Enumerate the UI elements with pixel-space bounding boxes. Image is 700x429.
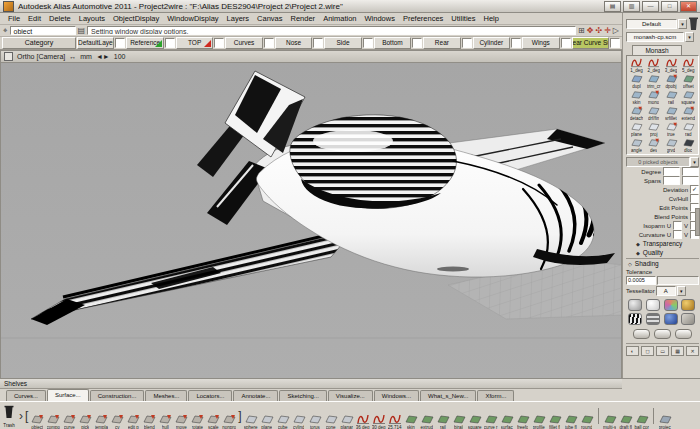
layer-button[interactable]: Rear — [423, 37, 460, 49]
shelf-tool-object-icon[interactable]: object — [29, 413, 45, 429]
shelf-tool-tube-fl-icon[interactable]: tube fl — [563, 413, 579, 429]
degree-field-u[interactable] — [663, 167, 680, 176]
shelf-tool-draft-fl-icon[interactable]: draft fl — [618, 413, 634, 429]
model-canvas[interactable] — [1, 63, 621, 378]
shelf-tool-extend-icon[interactable]: extend — [680, 105, 697, 121]
gold-sphere-icon[interactable] — [681, 299, 695, 311]
shelf-tool-dpobj-icon[interactable]: dpobj — [663, 73, 680, 89]
shelf-tab-what-s-new-[interactable]: What_s_New... — [420, 390, 476, 401]
striped-cylinder-icon[interactable] — [646, 313, 660, 325]
shelf-tool-curve-r-icon[interactable]: curve r — [483, 413, 499, 429]
minimize-button[interactable]: — — [642, 1, 659, 12]
shelf-tool-cone-icon[interactable]: cone — [323, 413, 339, 429]
shelf-tool-sphere-icon[interactable]: sphere — [243, 413, 259, 429]
play-prompt-icon[interactable]: ▷ — [613, 26, 619, 36]
viewport-titlebar[interactable]: Ortho [Camera] ↔ mm ◄► 100 — [1, 51, 621, 63]
grid-snap-icon[interactable]: ⊞ — [578, 26, 585, 36]
maximize-button[interactable]: □ — [661, 1, 678, 12]
layout-toggle-button[interactable]: ▤ — [604, 1, 621, 12]
shelf-tool-cylind-icon[interactable]: cylind — [291, 413, 307, 429]
shelf-tool-compo-icon[interactable]: compo — [45, 413, 61, 429]
shelf-tool-true-icon[interactable]: true — [663, 121, 680, 137]
tolerance-value-field[interactable]: 0.0005 — [626, 276, 656, 285]
shelf-tool-profile-icon[interactable]: profile — [531, 413, 547, 429]
picked-objects-dropdown[interactable]: 0 picked objects — [626, 157, 690, 167]
shelf-tool-planar-icon[interactable]: planar — [339, 413, 355, 429]
spans-field-u[interactable] — [663, 176, 680, 185]
menu-edit[interactable]: Edit — [24, 14, 45, 23]
shelf-tool-extrud-icon[interactable]: extrud — [419, 413, 435, 429]
shelf-tool-skin-icon[interactable]: skin — [628, 89, 645, 105]
shelf-tool-trim-cr-icon[interactable]: trim_cr — [645, 73, 662, 89]
menu-animation[interactable]: Animation — [319, 14, 360, 23]
layer-button[interactable]: Side — [324, 37, 361, 49]
curvature-u-checkbox[interactable] — [673, 230, 682, 239]
menu-render[interactable]: Render — [287, 14, 320, 23]
menu-canvas[interactable]: Canvas — [253, 14, 286, 23]
menu-file[interactable]: File — [4, 14, 24, 23]
layer-button[interactable]: Cylinder — [473, 37, 510, 49]
menu-help[interactable]: Help — [480, 14, 503, 23]
grid-toggle-icon[interactable]: ▦ — [671, 346, 684, 356]
shelf-tool-blend-icon[interactable]: blend — [141, 413, 157, 429]
shelf-tool-square-icon[interactable]: square — [467, 413, 483, 429]
wireframe-sphere-icon[interactable] — [628, 299, 642, 311]
shelf-tab-locators-[interactable]: Locators... — [188, 390, 232, 401]
layer-button[interactable]: DefaultLayer — [77, 37, 114, 49]
shelf-tool-rotate-icon[interactable]: rotate — [189, 413, 205, 429]
degree-field-v[interactable] — [682, 167, 699, 176]
layer-visibility-checkbox[interactable] — [264, 38, 274, 48]
gray-patch-icon[interactable] — [681, 313, 695, 325]
trash-icon[interactable] — [688, 15, 699, 32]
isoparm-u-checkbox[interactable] — [673, 221, 682, 230]
menu-windows[interactable]: Windows — [360, 14, 398, 23]
panel-button[interactable] — [633, 329, 650, 339]
shelf-tool-edit-p-icon[interactable]: edit p — [125, 413, 141, 429]
layer-visibility-checkbox[interactable] — [165, 38, 175, 48]
tolerance-slider[interactable] — [657, 276, 699, 285]
shelf-tool-hull-icon[interactable]: hull — [157, 413, 173, 429]
zebra-sphere-icon[interactable] — [628, 313, 642, 325]
shelf-tool-plane-icon[interactable]: plane — [628, 121, 645, 137]
menu-layers[interactable]: Layers — [223, 14, 254, 23]
shelf-tool-2-deg-icon[interactable]: 2_deg — [645, 57, 662, 73]
scheme-dropdown-arrow[interactable]: ▾ — [685, 32, 694, 42]
shelf-tool-curve-icon[interactable]: curve — [61, 413, 77, 429]
close-toggle-icon[interactable]: ✕ — [686, 346, 699, 356]
shelf-tool-dev-icon[interactable]: dev — [645, 137, 662, 153]
shelf-tool-25-714-icon[interactable]: 25.714 — [387, 413, 403, 429]
shelf-tool-cv-icon[interactable]: cv — [109, 413, 125, 429]
section-transparency[interactable]: ◆ Transparency — [626, 239, 699, 248]
shelf-tool-templa-icon[interactable]: templa — [93, 413, 109, 429]
promptline-history-icon[interactable]: ▤ — [78, 26, 86, 36]
shelf-tool-5-deg-icon[interactable]: 5_deg — [680, 57, 697, 73]
shelf-tool-drf-fin-icon[interactable]: drf/fin — [645, 105, 662, 121]
shelf-tab-windows-[interactable]: Windows... — [374, 390, 419, 401]
shelf-tool-move-icon[interactable]: move — [173, 413, 189, 429]
layer-button[interactable]: Nose — [275, 37, 312, 49]
shelf-tool-nonpro-icon[interactable]: nonpro — [221, 413, 237, 429]
shelf-tab-meshes-[interactable]: Meshes... — [145, 390, 187, 401]
shelf-tool-torus-icon[interactable]: torus — [307, 413, 323, 429]
close-button[interactable]: ✕ — [680, 1, 697, 12]
layer-visibility-checkbox[interactable] — [214, 38, 224, 48]
shelf-tool-birail-icon[interactable]: birail — [451, 413, 467, 429]
layer-visibility-checkbox[interactable] — [610, 38, 620, 48]
shelf-tool-pick-icon[interactable]: pick — [77, 413, 93, 429]
shelf-tool-grvd-icon[interactable]: grvd — [663, 137, 680, 153]
workspace-toggle-button[interactable]: ▥ — [623, 1, 640, 12]
pick-mode-field[interactable]: object — [10, 26, 76, 35]
shelf-tab-construction-[interactable]: Construction... — [90, 390, 145, 401]
shelves-titlebar[interactable]: Shelves — [0, 379, 622, 389]
shelf-tab-sketching-[interactable]: Sketching... — [279, 390, 326, 401]
menu-delete[interactable]: Delete — [45, 14, 75, 23]
layer-button[interactable]: Bottom — [374, 37, 411, 49]
layer-button[interactable]: Wings — [522, 37, 559, 49]
spans-field-v[interactable] — [682, 176, 699, 185]
shelf-tool-round-icon[interactable]: round — [579, 413, 595, 429]
shelf-tool-1-deg-icon[interactable]: 1_deg — [628, 57, 645, 73]
shelf-tab-visualize-[interactable]: Visualize... — [328, 390, 373, 401]
layer-button[interactable]: Curves — [225, 37, 262, 49]
scheme-dropdown[interactable]: monash-cp.scm — [626, 32, 684, 42]
move-gizmo-icon[interactable]: ✥ — [587, 26, 594, 35]
